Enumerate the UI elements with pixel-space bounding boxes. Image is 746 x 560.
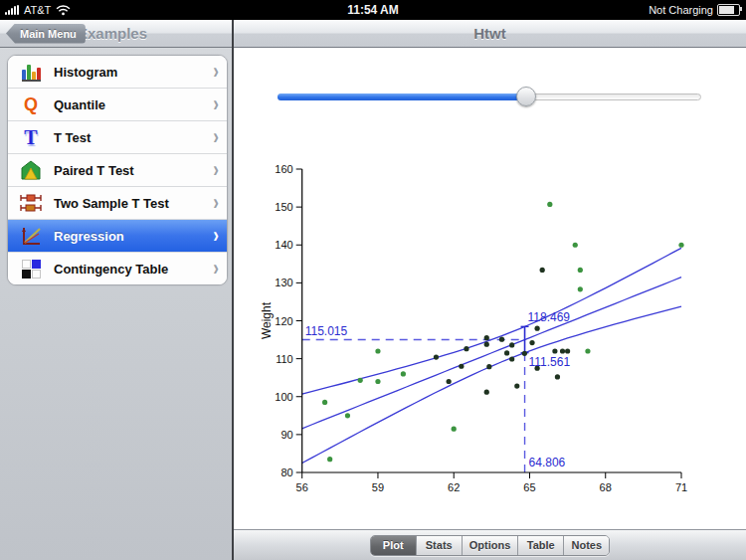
main-navbar: Htwt: [234, 20, 746, 48]
sidebar-item-label: Quantile: [54, 97, 105, 112]
battery-status-label: Not Charging: [649, 4, 713, 16]
chevron-right-icon: ›: [213, 93, 219, 114]
svg-text:110: 110: [276, 353, 293, 365]
sidebar-item-label: Regression: [54, 229, 124, 244]
view-segmented-control: PlotStatsOptionsTableNotes: [370, 535, 611, 556]
svg-text:150: 150: [275, 201, 292, 213]
chevron-right-icon: ›: [213, 61, 219, 82]
svg-text:80: 80: [280, 467, 292, 478]
chevron-right-icon: ›: [213, 225, 219, 246]
tab-notes[interactable]: Notes: [564, 536, 609, 555]
contingency-table-icon: [18, 257, 44, 280]
svg-text:59: 59: [372, 481, 384, 493]
slider-thumb[interactable]: [516, 87, 536, 106]
tab-stats[interactable]: Stats: [417, 536, 463, 555]
svg-text:68: 68: [600, 481, 612, 493]
svg-text:100: 100: [275, 391, 292, 403]
main-pane: Htwt 80901001101201301401501605659626568…: [234, 20, 746, 560]
clock: 11:54 AM: [0, 3, 746, 17]
slider-track-filled[interactable]: [278, 93, 526, 100]
svg-text:130: 130: [275, 277, 292, 288]
plot-canvas[interactable]: 8090100110120130140150160565962656871Wei…: [249, 129, 724, 495]
two-sample-t-test-icon: [18, 191, 44, 215]
svg-text:111.561: 111.561: [529, 355, 571, 369]
examples-menu: Histogram › Q Quantile › T T Test › Pair…: [7, 55, 228, 285]
chevron-right-icon: ›: [213, 258, 219, 279]
svg-text:65: 65: [523, 481, 535, 493]
svg-text:118.469: 118.469: [528, 310, 571, 324]
quantile-icon: Q: [18, 93, 44, 116]
sidebar-item-label: Histogram: [54, 65, 117, 80]
svg-text:120: 120: [275, 315, 292, 327]
battery-icon: [717, 4, 740, 16]
chevron-right-icon: ›: [213, 126, 219, 147]
t-test-icon: T: [18, 125, 44, 149]
sidebar: Main Menu Examples Histogram › Q Quantil…: [0, 20, 234, 560]
svg-text:90: 90: [280, 429, 292, 441]
status-bar: AT&T 11:54 AM Not Charging: [0, 0, 746, 20]
sidebar-item-t-test[interactable]: T T Test ›: [8, 121, 227, 154]
svg-text:160: 160: [275, 163, 292, 175]
main-menu-back-button[interactable]: Main Menu: [6, 24, 86, 44]
svg-text:56: 56: [296, 481, 308, 493]
histogram-icon: [18, 60, 44, 84]
sidebar-item-two-sample-t-test[interactable]: Two Sample T Test ›: [8, 187, 227, 220]
chevron-right-icon: ›: [213, 192, 219, 213]
app-screen: AT&T 11:54 AM Not Charging Main Menu Exa…: [0, 0, 746, 560]
sidebar-item-label: Paired T Test: [54, 163, 134, 178]
svg-text:Weight: Weight: [260, 301, 274, 339]
sidebar-item-label: T Test: [54, 130, 91, 145]
paired-t-test-icon: [18, 158, 44, 182]
page-title: Htwt: [234, 25, 746, 42]
svg-text:140: 140: [275, 239, 292, 251]
svg-text:62: 62: [448, 481, 460, 493]
tab-table[interactable]: Table: [518, 536, 564, 555]
confidence-slider[interactable]: [278, 86, 701, 107]
tab-options[interactable]: Options: [463, 536, 519, 555]
sidebar-navbar: Main Menu Examples: [0, 20, 232, 48]
sidebar-item-quantile[interactable]: Q Quantile ›: [8, 89, 227, 121]
sidebar-item-histogram[interactable]: Histogram ›: [8, 56, 227, 89]
bottom-toolbar: PlotStatsOptionsTableNotes: [234, 529, 746, 560]
sidebar-item-paired-t-test[interactable]: Paired T Test ›: [8, 154, 227, 187]
sidebar-item-label: Contingency Table: [54, 262, 168, 277]
sidebar-item-contingency-table[interactable]: Contingency Table ›: [8, 253, 227, 284]
chevron-right-icon: ›: [213, 159, 219, 180]
sidebar-item-label: Two Sample T Test: [54, 196, 169, 211]
svg-text:64.806: 64.806: [529, 456, 566, 469]
svg-text:115.015: 115.015: [305, 324, 348, 338]
svg-text:71: 71: [675, 481, 687, 493]
regression-icon: [18, 224, 44, 248]
tab-plot[interactable]: Plot: [371, 536, 417, 555]
sidebar-item-regression[interactable]: Regression ›: [8, 220, 227, 253]
